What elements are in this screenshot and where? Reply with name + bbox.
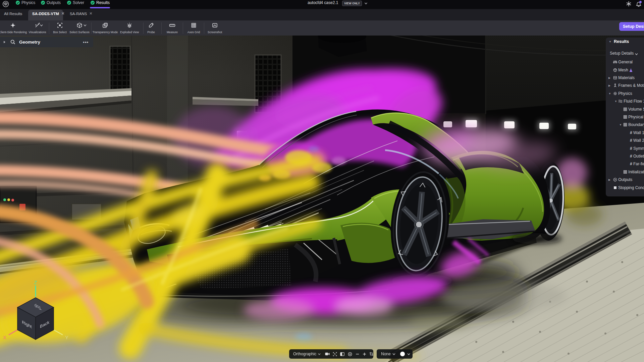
svg-text:Z: Z: [34, 280, 37, 285]
svg-text:X: X: [3, 335, 6, 340]
svg-text:Y: Y: [65, 335, 68, 340]
